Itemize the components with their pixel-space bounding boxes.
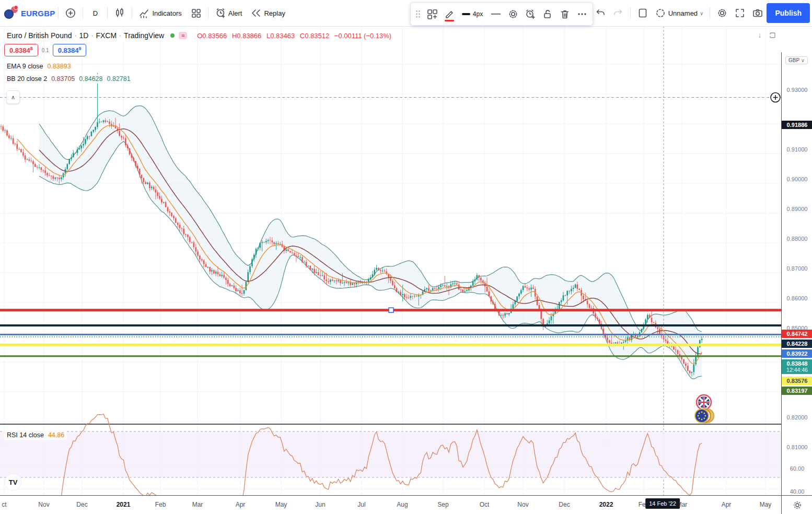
symbol-button[interactable]: EURGBP — [18, 9, 55, 18]
drawing-settings-button[interactable] — [504, 5, 521, 23]
delete-drawing-button[interactable] — [556, 5, 573, 23]
arrow-down-icon: ↓ — [758, 31, 762, 39]
rsi-legend: RSI 14 close 44.86 — [4, 430, 67, 440]
bb-basis-value: 0.83705 — [51, 75, 75, 83]
layout-button[interactable] — [634, 4, 652, 22]
ema-indicator-row[interactable]: EMA 9 close 0.83893 — [4, 62, 74, 71]
drawing-toolbar: 4px — [410, 2, 593, 26]
redo-button[interactable] — [609, 4, 627, 22]
time-label-month[interactable]: Jun — [315, 501, 325, 508]
restore-pane-button[interactable] — [767, 29, 778, 41]
rsi-indicator-row[interactable]: RSI 14 close 44.86 — [4, 430, 67, 440]
line-width-button[interactable]: 4px — [458, 5, 487, 23]
alert-button[interactable]: Alert — [212, 4, 248, 22]
line-style-button[interactable] — [487, 5, 504, 23]
indicators-icon — [138, 7, 150, 19]
chart-settings-button[interactable] — [713, 4, 731, 22]
interval-label: D — [91, 9, 100, 17]
chart-style-button[interactable] — [111, 4, 129, 22]
crosshair-date-badge: 14 Feb '22 — [645, 498, 680, 509]
time-label-month[interactable]: Oct — [480, 501, 490, 508]
chart-legend: Euro / British Pound · 1D · FXCM · Tradi… — [4, 30, 395, 87]
market-status-dot[interactable] — [170, 33, 175, 38]
toolbar-left-group: EURGBP D Indicators — [0, 0, 291, 26]
undo-button[interactable] — [591, 4, 609, 22]
save-layout-button[interactable]: Unnamed ∨ — [652, 4, 707, 22]
time-label-month[interactable]: Apr — [722, 501, 732, 508]
price-tick: 0.86000 — [782, 295, 812, 301]
time-label-month[interactable]: Apr — [236, 501, 246, 508]
line-width-label: 4px — [473, 10, 483, 18]
time-label-month[interactable]: Nov — [38, 501, 49, 508]
time-label-month[interactable]: Dec — [559, 501, 570, 508]
buy-button[interactable]: 0.83849 — [53, 44, 87, 56]
ema-label: EMA 9 close — [7, 63, 43, 70]
time-label-month[interactable]: May — [275, 501, 287, 508]
divider — [58, 7, 59, 19]
level-price-badge: 0.83197 — [782, 387, 812, 395]
undo-icon — [595, 7, 606, 19]
symbol-logo[interactable] — [4, 6, 18, 20]
more-dots-icon — [577, 13, 587, 16]
level-price-badge: 0.84742 — [782, 330, 812, 338]
open-value: O0.83566 — [197, 32, 227, 40]
price-axis[interactable]: GBP ∨ 0.930000.910000.900000.890000.8800… — [781, 52, 812, 514]
indicators-button[interactable]: Indicators — [135, 4, 187, 22]
drawing-alert-button[interactable] — [521, 5, 539, 23]
time-label-month[interactable]: Feb — [155, 501, 166, 508]
more-options-button[interactable] — [573, 5, 590, 23]
toolbar-drag-handle[interactable] — [413, 5, 423, 23]
time-label-month[interactable]: May — [760, 501, 772, 508]
time-label-month[interactable]: Aug — [397, 501, 408, 508]
drawing-color-button[interactable] — [440, 5, 458, 23]
currency-toggle-button[interactable]: GBP ∨ — [785, 56, 808, 64]
high-value: H0.83866 — [232, 32, 261, 40]
symbol-title[interactable]: Euro / British Pound — [7, 31, 72, 40]
layout-name-label: Unnamed — [668, 9, 698, 17]
lock-button[interactable] — [539, 5, 556, 23]
legend-exchange: FXCM — [96, 31, 117, 40]
rsi-value: 44.86 — [48, 431, 64, 439]
interval-button[interactable]: D — [86, 4, 104, 22]
chart-canvas[interactable]: TV — [0, 26, 781, 495]
layout-square-icon — [637, 7, 648, 19]
templates-plus-icon — [426, 8, 438, 20]
replay-button[interactable]: Replay — [247, 4, 290, 22]
close-value: C0.83512 — [300, 32, 329, 40]
time-label-year[interactable]: 2021 — [117, 501, 131, 508]
bb-indicator-row[interactable]: BB 20 close 2 0.83705 0.84628 0.82781 — [4, 74, 133, 84]
publish-button[interactable]: Publish — [767, 3, 810, 23]
chevron-down-icon: ∨ — [801, 57, 805, 63]
time-axis[interactable]: 14 Feb '22 ctNovDec2021FebMarAprMayJunJu… — [0, 495, 812, 514]
chevron-up-icon: ∧ — [11, 94, 15, 101]
time-label-month[interactable]: ct — [2, 501, 6, 508]
thick-line-icon — [462, 13, 470, 16]
collapse-line-button[interactable]: ∧ — [6, 90, 20, 104]
delayed-data-icon[interactable]: ≈ — [179, 32, 187, 39]
gear-icon — [793, 500, 802, 510]
time-label-month[interactable]: Mar — [192, 501, 203, 508]
grid-templates-icon — [190, 7, 202, 19]
timezone-settings-button[interactable] — [781, 496, 812, 514]
divider — [132, 7, 132, 19]
time-label-month[interactable]: Nov — [517, 501, 528, 508]
bb-label: BB 20 close 2 — [7, 75, 47, 83]
chart-area[interactable]: TV Euro / British Pound · 1D · FXCM · Tr… — [0, 26, 781, 495]
pencil-icon — [444, 8, 455, 20]
alarm-add-icon — [525, 8, 536, 20]
indicator-templates-button[interactable] — [187, 4, 205, 22]
drawing-templates-button[interactable] — [423, 5, 440, 23]
snapshot-button[interactable] — [749, 4, 767, 22]
sell-button[interactable]: 0.83848 — [4, 44, 38, 56]
time-label-month[interactable]: Sep — [437, 501, 448, 508]
compare-add-button[interactable] — [62, 4, 79, 22]
time-label-month[interactable]: Dec — [76, 501, 87, 508]
time-label-year[interactable]: 2022 — [599, 501, 613, 508]
scroll-to-recent-button[interactable]: ↓ — [754, 29, 765, 41]
legend-interval[interactable]: 1D — [79, 31, 89, 40]
time-label-month[interactable]: Jul — [357, 501, 365, 508]
price-tick: 0.90000 — [782, 176, 812, 182]
restore-icon — [769, 32, 776, 39]
fullscreen-button[interactable] — [731, 4, 749, 22]
symbol-description[interactable]: Euro / British Pound · 1D · FXCM · Tradi… — [4, 30, 190, 41]
